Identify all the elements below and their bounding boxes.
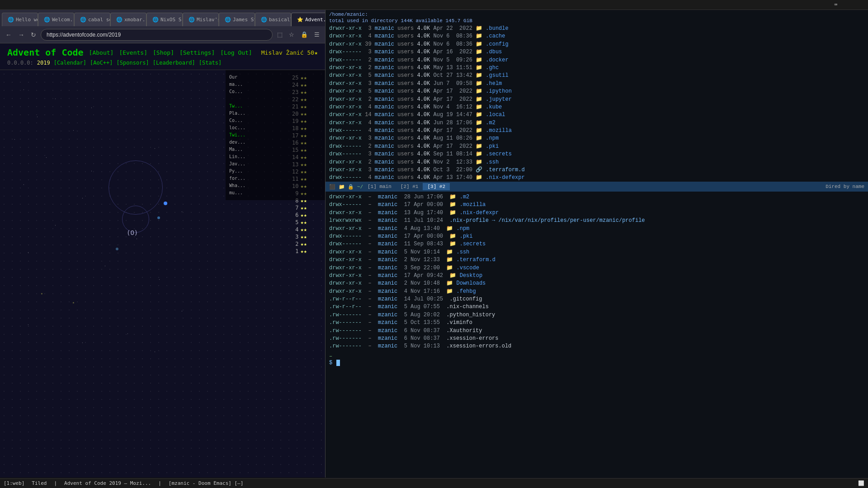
aoc-nav: Advent of Code [About] [Events] [Shop] [… [7,47,318,58]
aoc-shop[interactable]: [Shop] [153,49,174,56]
bottom-status-bar: [1:web] Tiled | Advent of Code 2019 — Mo… [0,478,868,488]
tab-label: cabal se... [88,17,110,23]
tab-cabal[interactable]: 🌐 cabal se... [74,13,110,26]
tmux-status-bar: ⬛ 📁 🔒 ~/ [1] main [2] #1 [3] #2 Dired by… [326,182,868,192]
tab-label: Welcom... [52,17,74,23]
tab-james[interactable]: 🌐 James Stan... [219,13,255,26]
menu-button[interactable]: ☰ [312,30,321,39]
day-item-1[interactable]: 1 ★★ [290,248,307,254]
day-item-4[interactable]: 4 ★★ [290,226,307,233]
file-row-top-0: drwxr-xr-x 3 mzanic users 4.0K Apr 22 20… [329,25,864,33]
bottom-tiled: Tiled [32,480,47,486]
terminal-prompt-area: – $ [329,353,864,366]
tmux-tab-2[interactable]: [3] #2 [423,183,450,190]
file-row-bottom-15[interactable]: .rw------- – mzanic 5 Aug 20:02 .python_… [329,311,864,319]
file-row-bottom-10[interactable]: drwxr-xr-x – mzanic 17 Apr 09:42 📁 Deskt… [329,272,864,280]
status-bar: ⌨ [0,0,868,10]
aoc-version: 0.0.0.0: [7,60,33,66]
terminal-bottom: drwxr-xr-x – mzanic 28 Jun 17:06 📁 .m2dr… [326,192,868,478]
file-row-top-1: drwxr-xr-x 4 mzanic users 4.0K Nov 6 08:… [329,33,864,40]
tmux-tab-main[interactable]: [1] main [363,183,396,190]
bottom-emacs: [mzanic - Doom Emacs] [–] [169,480,244,486]
tmux-tabs: [1] main [2] #1 [3] #2 [363,183,450,190]
aoc-text-panel: Ourma...Co... Tw... Pla... Co... loc... … [226,70,325,200]
aoc-calendar[interactable]: [Calendar] [54,60,86,66]
file-row-bottom-14[interactable]: .rw-r--r-- – mzanic 5 Aug 07:55 .nix-cha… [329,303,864,311]
terminal-top: /home/mzanic: total used in directory 14… [326,10,868,182]
day-item-7[interactable]: 7 ★★ [290,205,307,211]
bottom-icon: ⬜ [858,480,864,486]
aoc-aocpp[interactable]: [AoC++] [90,60,113,66]
cursor [336,360,340,366]
file-row-bottom-5[interactable]: drwx------ – mzanic 17 Apr 00:00 📁 .pki [329,233,864,240]
status-bar-right: ⌨ [834,2,864,8]
aoc-settings[interactable]: [Settings] [179,49,215,56]
aoc-about[interactable]: [About] [89,49,114,56]
file-row-bottom-9[interactable]: drwxr-xr-x – mzanic 3 Sep 22:00 📁 .vscod… [329,264,864,272]
tab-advent[interactable]: ⭐ Advent... × [291,13,325,26]
file-row-top-10: drwxr-xr-x 4 mzanic users 4.0K Nov 4 16:… [329,103,864,111]
aoc-sponsors[interactable]: [Sponsors] [117,60,149,66]
screenshot-button[interactable]: ⬚ [275,30,284,39]
file-row-bottom-13[interactable]: .rw-r--r-- – mzanic 14 Jul 00:25 .gitcon… [329,296,864,303]
aoc-stats[interactable]: [Stats] [199,60,222,66]
prompt-dash: – [329,353,332,360]
top-file-list: drwxr-xr-x 3 mzanic users 4.0K Apr 22 20… [329,25,864,182]
tab-hello[interactable]: 🌐 Hello world! [2,13,38,26]
file-row-top-5: drwxr-xr-x 2 mzanic users 4.0K May 13 11… [329,64,864,72]
bottom-file-list: drwxr-xr-x – mzanic 28 Jun 17:06 📁 .m2dr… [329,193,864,351]
url-input[interactable] [41,29,273,41]
tab-label: xmobar... [124,17,146,23]
tab-favicon: 🌐 [261,17,267,23]
planet-sm [116,248,118,250]
day-item-2[interactable]: 2 ★★ [290,241,307,247]
file-row-bottom-1[interactable]: drwx------ – mzanic 17 Apr 00:00 📁 .mozi… [329,201,864,209]
day-item-3[interactable]: 3 ★★ [290,234,307,240]
file-row-bottom-3[interactable]: lrwxrwxrwx – mzanic 11 Jul 10:24 .nix-pr… [329,217,864,225]
tmux-tab-1[interactable]: [2] #1 [396,183,423,190]
tab-label: basically [269,17,291,23]
tab-nixos[interactable]: 🌐 NixOS S... [146,13,183,26]
file-row-top-7: drwxr-xr-x 3 mzanic users 4.0K Jun 7 09:… [329,80,864,88]
file-row-bottom-17[interactable]: .rw------- – mzanic 6 Nov 08:37 .Xauthor… [329,327,864,335]
extensions-button[interactable]: 🔒 [299,30,310,39]
file-row-bottom-2[interactable]: drwxr-xr-x – mzanic 13 Aug 17:40 📁 .nix-… [329,209,864,217]
file-row-top-18: drwxr-xr-x 3 mzanic users 4.0K Oct 3 22:… [329,166,864,174]
file-row-top-15: drwx------ 2 mzanic users 4.0K Apr 17 20… [329,143,864,150]
tab-xmobar[interactable]: 🌐 xmobar... [110,13,146,26]
day-item-5[interactable]: 5 ★★ [290,219,307,225]
file-row-bottom-12[interactable]: drwxr-xr-x – mzanic 4 Nov 17:16 📁 .fehbg [329,288,864,296]
file-row-bottom-8[interactable]: drwxr-xr-x – mzanic 2 Nov 12:33 📁 .terra… [329,256,864,264]
tab-basically[interactable]: 🌐 basically [255,13,291,26]
planet-blue [164,202,167,205]
file-row-bottom-7[interactable]: drwxr-xr-x – mzanic 5 Nov 10:14 📁 .ssh [329,249,864,256]
tmux-dired-label: Dired by name [826,184,864,189]
file-row-bottom-0[interactable]: drwxr-xr-x – mzanic 28 Jun 17:06 📁 .m2 [329,193,864,201]
file-row-bottom-6[interactable]: drwx------ – mzanic 11 Sep 08:43 📁 .secr… [329,240,864,248]
forward-button[interactable]: → [16,30,26,39]
aoc-leaderboard[interactable]: [Leaderboard] [153,60,195,66]
refresh-button[interactable]: ↻ [29,30,38,39]
day-item-6[interactable]: 6 ★★ [290,212,307,218]
aoc-subnav: 0.0.0.0:2019 [Calendar] [AoC++] [Sponsor… [7,60,318,66]
tab-mislav[interactable]: 🌐 Mislav's Blog [183,13,219,26]
file-row-bottom-11[interactable]: drwxr-xr-x – mzanic 2 Nov 10:48 📁 Downlo… [329,280,864,287]
file-row-top-12: drwxr-xr-x 4 mzanic users 4.0K Jun 28 17… [329,119,864,127]
file-row-top-8: drwxr-xr-x 5 mzanic users 4.0K Apr 17 20… [329,88,864,95]
file-row-bottom-16[interactable]: .rw------- – mzanic 5 Oct 13:55 .viminfo [329,319,864,327]
aoc-logout[interactable]: [Log Out] [220,49,252,56]
aoc-events[interactable]: [Events] [119,49,147,56]
bookmark-button[interactable]: ☆ [287,30,296,39]
tab-favicon: 🌐 [225,17,231,23]
aoc-page-content: Advent of Code [About] [Events] [Shop] [… [0,43,325,478]
tab-welcome[interactable]: 🌐 Welcom... [38,13,74,26]
terminal-icon: ⌨ [834,2,837,8]
file-row-top-16: drwx------ 3 mzanic users 4.0K Sep 11 08… [329,150,864,158]
tab-label: Mislav's Blog [197,17,219,23]
file-row-bottom-18[interactable]: .rw------- – mzanic 6 Nov 08:37 .xsessio… [329,335,864,343]
file-row-bottom-4[interactable]: drwxr-xr-x – mzanic 4 Aug 13:40 📁 .npm [329,225,864,233]
file-row-bottom-19[interactable]: .rw------- – mzanic 5 Nov 10:13 .xsessio… [329,343,864,350]
bottom-sep2: | [158,480,161,486]
back-button[interactable]: ← [4,30,14,39]
aoc-user: Mislav Žanić 50★ [261,49,318,56]
